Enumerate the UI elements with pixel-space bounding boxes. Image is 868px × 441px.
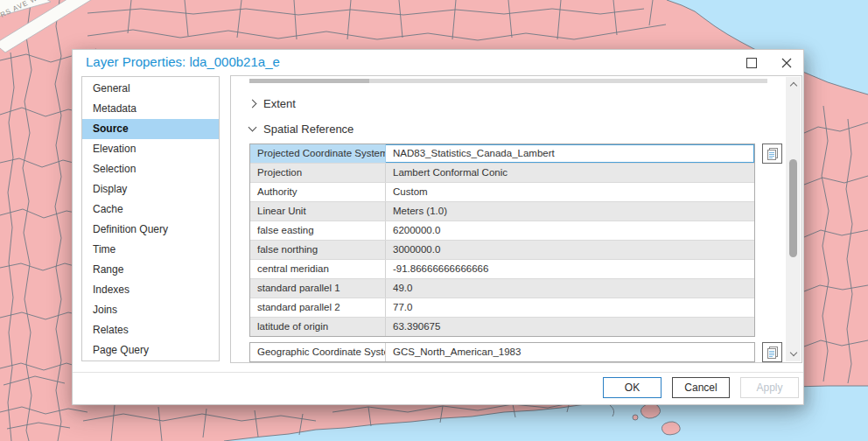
- table-row[interactable]: false easting 6200000.0: [250, 220, 754, 240]
- dialog-title: Layer Properties: lda_000b21a_e: [86, 54, 280, 69]
- footer-divider: [73, 372, 803, 373]
- vertical-scrollbar[interactable]: [786, 77, 801, 361]
- row-value: NAD83_Statistics_Canada_Lambert: [386, 144, 754, 163]
- maximize-icon: [746, 58, 757, 68]
- copy-geographic-button[interactable]: [762, 342, 782, 362]
- row-label: false northing: [250, 241, 386, 259]
- sidebar-item-indexes[interactable]: Indexes: [82, 280, 219, 300]
- copy-icon: [766, 346, 780, 360]
- row-label: standard parallel 1: [250, 279, 386, 298]
- sidebar-item-display[interactable]: Display: [82, 179, 219, 200]
- chevron-down-icon: [789, 348, 796, 355]
- row-label: Projection: [250, 164, 386, 182]
- sidebar-item-general[interactable]: General: [82, 79, 219, 99]
- row-value: Custom: [386, 183, 754, 201]
- table-row[interactable]: Linear Unit Meters (1.0): [250, 201, 754, 220]
- row-value: Lambert Conformal Conic: [386, 164, 754, 182]
- table-row[interactable]: standard parallel 2 77.0: [250, 298, 754, 317]
- section-extent[interactable]: Extent: [249, 96, 296, 110]
- row-value: 3000000.0: [386, 241, 754, 259]
- row-value: 49.0: [386, 279, 754, 298]
- row-value: GCS_North_American_1983: [386, 343, 754, 361]
- sidebar-item-time[interactable]: Time: [82, 240, 219, 260]
- dialog-titlebar[interactable]: Layer Properties: lda_000b21a_e: [73, 50, 803, 76]
- screen: RS AVE W Layer Properties: lda_000b21a_e…: [0, 0, 868, 441]
- apply-button[interactable]: Apply: [740, 377, 799, 398]
- sidebar-item-page-query[interactable]: Page Query: [82, 340, 219, 360]
- row-label: latitude of origin: [250, 318, 386, 336]
- scrolled-table-remnant: [249, 79, 369, 83]
- close-icon: [781, 58, 792, 68]
- table-row[interactable]: central meridian -91.86666666666666: [250, 259, 754, 278]
- table-row[interactable]: Geographic Coordinate System GCS_North_A…: [250, 343, 754, 361]
- section-label: Spatial Reference: [263, 122, 354, 136]
- row-label: standard parallel 2: [250, 298, 386, 317]
- close-button[interactable]: [774, 52, 800, 74]
- sidebar-item-metadata[interactable]: Metadata: [82, 99, 219, 119]
- scroll-down-button[interactable]: [786, 346, 801, 361]
- row-label: Geographic Coordinate System: [250, 343, 386, 361]
- chevron-right-icon: [248, 99, 257, 108]
- row-label: Linear Unit: [250, 202, 386, 220]
- table-row[interactable]: latitude of origin 63.390675: [250, 317, 754, 336]
- row-value: 6200000.0: [386, 221, 754, 240]
- row-label: central meridian: [250, 260, 386, 278]
- row-label: Authority: [250, 183, 386, 201]
- scrolled-table-remnant: [369, 79, 767, 83]
- chevron-up-icon: [789, 82, 796, 89]
- sidebar-item-definition-query[interactable]: Definition Query: [82, 220, 219, 240]
- ok-button[interactable]: OK: [603, 377, 662, 398]
- layer-properties-dialog: Layer Properties: lda_000b21a_e General …: [72, 49, 804, 405]
- geographic-coordinate-table: Geographic Coordinate System GCS_North_A…: [249, 342, 755, 362]
- sidebar: General Metadata Source Elevation Select…: [81, 76, 220, 361]
- sidebar-item-selection[interactable]: Selection: [82, 159, 219, 179]
- table-row[interactable]: standard parallel 1 49.0: [250, 278, 754, 298]
- sidebar-item-joins[interactable]: Joins: [82, 300, 219, 320]
- row-value: 63.390675: [386, 318, 754, 336]
- table-row[interactable]: Projection Lambert Conformal Conic: [250, 163, 754, 182]
- table-row[interactable]: Authority Custom: [250, 182, 754, 201]
- section-spatial-reference[interactable]: Spatial Reference: [249, 122, 354, 136]
- sidebar-item-source[interactable]: Source: [82, 119, 219, 139]
- cancel-button[interactable]: Cancel: [672, 377, 730, 398]
- copy-icon: [766, 147, 780, 161]
- scroll-up-button[interactable]: [786, 77, 801, 92]
- sidebar-item-elevation[interactable]: Elevation: [82, 139, 219, 159]
- row-value: -91.86666666666666: [386, 260, 754, 278]
- copy-projected-button[interactable]: [762, 144, 782, 164]
- table-row[interactable]: false northing 3000000.0: [250, 240, 754, 259]
- table-row[interactable]: Projected Coordinate System NAD83_Statis…: [250, 144, 754, 163]
- row-label: Projected Coordinate System: [250, 144, 386, 163]
- section-label: Extent: [263, 97, 296, 110]
- maximize-button[interactable]: [738, 52, 765, 74]
- chevron-down-icon: [248, 122, 257, 131]
- sidebar-item-range[interactable]: Range: [82, 260, 219, 280]
- row-value: Meters (1.0): [386, 202, 754, 220]
- sidebar-item-relates[interactable]: Relates: [82, 320, 219, 340]
- row-label: false easting: [250, 221, 386, 240]
- scrollbar-thumb[interactable]: [789, 159, 797, 257]
- projected-coordinate-table: Projected Coordinate System NAD83_Statis…: [249, 144, 755, 337]
- content-pane: Extent Spatial Reference Projected Coord…: [230, 75, 802, 363]
- row-value: 77.0: [386, 298, 754, 317]
- sidebar-item-cache[interactable]: Cache: [82, 200, 219, 220]
